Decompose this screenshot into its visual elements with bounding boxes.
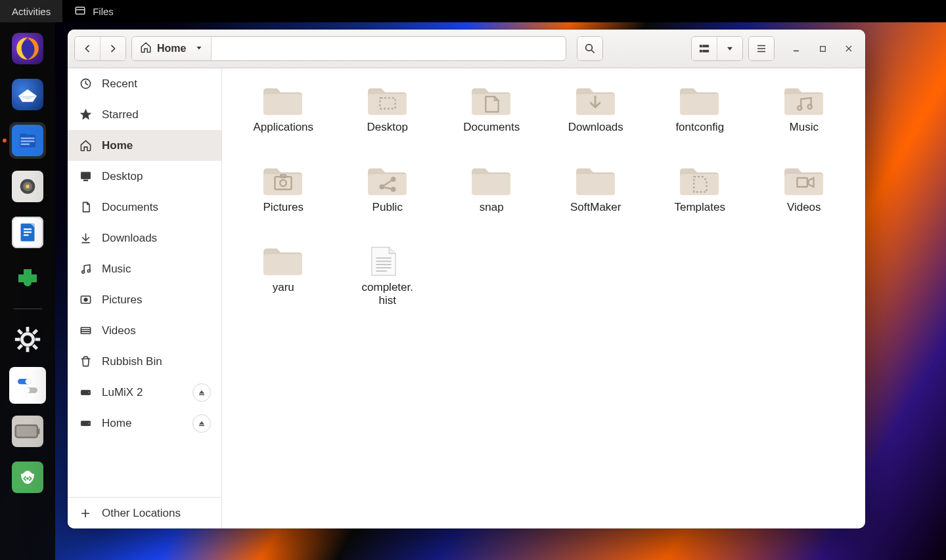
file-item-fontconfig[interactable]: fontconfig (648, 80, 752, 158)
dock-libreoffice[interactable] (9, 214, 46, 251)
svg-marker-32 (197, 47, 202, 50)
minimize-button[interactable] (786, 39, 806, 58)
sidebar-item-home[interactable]: Home (68, 408, 221, 439)
file-item-pictures[interactable]: Pictures (231, 160, 336, 238)
svg-rect-12 (24, 232, 32, 233)
file-label: snap (480, 201, 504, 214)
files-app-icon (74, 5, 86, 17)
sidebar-item-documents[interactable]: Documents (68, 192, 221, 223)
sidebar-other-locations[interactable]: Other Locations (68, 498, 221, 528)
sidebar-item-label: Recent (102, 77, 137, 91)
folder-icon (782, 81, 826, 117)
drive-icon (78, 385, 93, 400)
svg-marker-66 (199, 421, 204, 424)
app-menu-button[interactable]: Files (62, 0, 125, 22)
search-button[interactable] (577, 37, 602, 60)
dock-thunderbird[interactable] (9, 76, 46, 113)
back-button[interactable] (75, 37, 100, 60)
dock-files[interactable] (9, 122, 46, 159)
file-item-completer-hist[interactable]: completer.hist (336, 240, 440, 318)
sidebar-item-recent[interactable]: Recent (68, 68, 221, 99)
close-button[interactable] (839, 39, 859, 58)
folder-icon (261, 81, 305, 117)
svg-line-20 (18, 330, 22, 334)
file-item-music[interactable]: Music (752, 80, 857, 158)
activities-label: Activities (12, 6, 51, 17)
sidebar-item-desktop[interactable]: Desktop (68, 161, 221, 192)
plus-icon (78, 506, 93, 521)
svg-point-33 (586, 45, 593, 51)
file-item-desktop[interactable]: Desktop (336, 80, 440, 158)
video-icon (78, 324, 93, 338)
headerbar: Home (68, 30, 865, 68)
sidebar-item-label: Pictures (102, 293, 142, 307)
file-label: Pictures (263, 201, 304, 214)
svg-rect-30 (37, 429, 39, 434)
view-list-button[interactable] (692, 37, 717, 60)
svg-point-56 (83, 298, 87, 302)
sidebar-item-videos[interactable]: Videos (68, 315, 221, 346)
sidebar-item-label: Home (102, 417, 131, 430)
dock-settings[interactable] (9, 321, 46, 358)
sidebar-item-label: Videos (102, 324, 136, 337)
svg-point-79 (391, 187, 396, 192)
sidebar-item-label: Starred (102, 108, 139, 121)
eject-button[interactable] (192, 383, 211, 402)
svg-rect-28 (16, 425, 37, 437)
dock-power[interactable] (9, 413, 46, 450)
desktop-icon (78, 169, 93, 184)
svg-rect-0 (76, 7, 85, 14)
folder-icon (677, 162, 722, 197)
file-label: yaru (273, 281, 294, 294)
file-item-public[interactable]: Public (336, 160, 440, 238)
dock-firefox[interactable] (9, 30, 46, 67)
svg-rect-35 (700, 45, 702, 47)
svg-rect-37 (700, 50, 702, 52)
file-item-videos[interactable]: Videos (752, 160, 857, 238)
file-item-documents[interactable]: Documents (439, 80, 544, 158)
sidebar-item-lumix-2[interactable]: LuMiX 2 (68, 377, 221, 408)
sidebar-item-home[interactable]: Home (68, 130, 221, 161)
svg-rect-4 (21, 138, 35, 139)
file-item-applications[interactable]: Applications (231, 80, 336, 158)
drive-icon (78, 416, 93, 431)
sidebar-item-rubbish-bin[interactable]: Rubbish Bin (68, 346, 221, 377)
activities-button[interactable]: Activities (0, 0, 62, 22)
dock-tweaks[interactable] (9, 367, 46, 404)
dock-trash[interactable] (9, 459, 46, 496)
sidebar-item-label: Desktop (102, 170, 143, 183)
file-item-templates[interactable]: Templates (648, 160, 752, 238)
folder-icon (261, 162, 305, 197)
dock-extensions[interactable] (9, 260, 46, 297)
sidebar-item-starred[interactable]: Starred (68, 99, 221, 130)
sidebar-item-music[interactable]: Music (68, 253, 221, 284)
file-item-snap[interactable]: snap (439, 160, 544, 238)
file-item-yaru[interactable]: yaru (231, 240, 336, 318)
file-label: SoftMaker (570, 201, 621, 214)
svg-point-61 (88, 392, 89, 393)
search-button-group (577, 36, 603, 61)
maximize-button[interactable] (813, 39, 832, 58)
svg-point-27 (24, 387, 30, 393)
eject-button[interactable] (192, 414, 211, 433)
file-item-softmaker[interactable]: SoftMaker (544, 160, 648, 238)
svg-rect-5 (21, 140, 35, 142)
icon-view[interactable]: ApplicationsDesktopDocumentsDownloadsfon… (222, 68, 865, 528)
dock-rhythmbox[interactable] (9, 168, 46, 205)
folder-icon (365, 162, 410, 197)
sidebar-item-pictures[interactable]: Pictures (68, 284, 221, 315)
hamburger-menu-button[interactable] (749, 37, 774, 60)
sidebar-item-downloads[interactable]: Downloads (68, 223, 221, 253)
svg-line-23 (18, 345, 22, 349)
forward-button[interactable] (100, 37, 125, 60)
svg-rect-38 (703, 50, 709, 52)
path-segment-home[interactable]: Home (132, 37, 212, 60)
file-item-downloads[interactable]: Downloads (544, 80, 648, 158)
picture-icon (78, 293, 93, 307)
path-bar: Home (131, 36, 566, 61)
path-spacer[interactable] (212, 37, 566, 60)
dock-divider (13, 309, 42, 309)
view-options-button[interactable] (717, 37, 742, 60)
sidebar-item-label: Home (102, 139, 133, 152)
music-icon (78, 262, 93, 276)
